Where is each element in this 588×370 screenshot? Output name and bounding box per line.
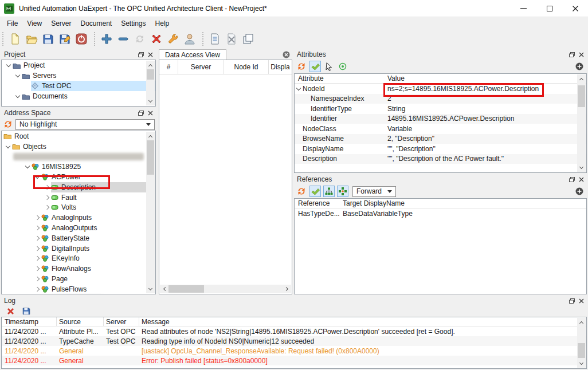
float-panel-icon[interactable] [138, 111, 144, 116]
delete-icon[interactable] [150, 32, 163, 46]
expander-icon[interactable] [23, 166, 32, 168]
column-index[interactable]: # [159, 60, 178, 74]
scroll-up-icon[interactable] [146, 61, 155, 69]
expander-icon[interactable] [33, 216, 41, 219]
float-panel-icon[interactable] [138, 52, 144, 57]
column-reference[interactable]: Reference [295, 199, 343, 207]
add-document-icon[interactable] [208, 32, 222, 46]
scroll-down-icon[interactable] [146, 285, 155, 293]
close-panel-icon[interactable] [579, 177, 584, 182]
address-space-scrollbar[interactable] [146, 132, 155, 293]
tree-item-acpower[interactable]: ACPower [2, 172, 155, 182]
tree-item-root[interactable]: Root [2, 131, 155, 141]
tree-item-pulseflows[interactable]: PulseFlows [2, 284, 155, 294]
cursor-select-icon[interactable] [323, 61, 335, 72]
log-row[interactable]: 11/24/2020 ... Attribute Pl... Test OPC … [2, 326, 586, 336]
remove-server-icon[interactable] [116, 32, 130, 46]
close-panel-icon[interactable] [148, 52, 153, 57]
close-panel-icon[interactable] [148, 111, 153, 116]
tree-item-fault[interactable]: Fault [2, 192, 155, 203]
log-scrollbar[interactable] [577, 318, 586, 368]
attributes-scrollbar[interactable] [577, 74, 586, 172]
tree-item-analogoutputs[interactable]: AnalogOutputs [2, 223, 155, 233]
log-row-error[interactable]: 11/24/2020 ... General Error: Publish fa… [2, 356, 586, 365]
expander-icon[interactable] [3, 145, 12, 148]
save-log-icon[interactable] [21, 305, 32, 317]
tree-item-flowanalogs[interactable]: FlowAnalogs [2, 263, 155, 274]
scroll-right-icon[interactable] [283, 285, 291, 293]
attribute-row-nodeclass[interactable]: NodeClass Variable [295, 124, 586, 134]
highlight-dropdown[interactable]: No Highlight [15, 119, 155, 130]
tab-data-access-view[interactable]: Data Access View [159, 49, 226, 60]
column-source[interactable]: Source [57, 317, 104, 326]
expander-icon[interactable] [33, 237, 41, 240]
expander-icon[interactable] [33, 257, 41, 260]
refresh-references-icon[interactable] [296, 186, 307, 197]
expander-icon[interactable] [33, 247, 41, 250]
change-user-icon[interactable] [183, 32, 197, 46]
attribute-row-namespaceindex[interactable]: NamespaceIndex 2 [295, 94, 586, 104]
attribute-row-identifiertype[interactable]: IdentifierType String [295, 104, 586, 114]
disconnect-icon[interactable] [75, 32, 88, 46]
float-panel-icon[interactable] [569, 298, 575, 304]
reference-row[interactable]: HasTypeDe... BaseDataVariableType [295, 208, 586, 219]
rebrowse-icon[interactable] [2, 119, 14, 130]
column-node-id[interactable]: Node Id [224, 60, 269, 74]
menu-document[interactable]: Document [76, 18, 116, 29]
attribute-row-browsename[interactable]: BrowseName 2, "Description" [295, 134, 586, 144]
auto-update-icon[interactable] [309, 61, 321, 72]
expander-icon[interactable] [295, 88, 303, 90]
refresh-icon[interactable] [133, 32, 147, 46]
menu-file[interactable]: File [2, 18, 22, 29]
close-panel-icon[interactable] [579, 52, 584, 57]
scroll-down-icon[interactable] [146, 97, 155, 105]
settings-wrench-icon[interactable] [166, 32, 180, 46]
tree-item-documents[interactable]: Documents [2, 91, 155, 101]
column-display-name[interactable]: Displa [269, 60, 292, 74]
tree-item-test-opc[interactable]: Test OPC [2, 81, 155, 91]
tree-item-batterystate[interactable]: BatteryState [2, 233, 155, 243]
save-project-icon[interactable] [41, 32, 55, 46]
column-attribute[interactable]: Attribute [295, 74, 387, 82]
float-panel-icon[interactable] [569, 52, 575, 57]
close-panel-icon[interactable] [579, 298, 584, 304]
expand-all-icon[interactable] [575, 187, 583, 195]
edit-project-icon[interactable] [58, 32, 72, 46]
open-project-icon[interactable] [25, 32, 38, 46]
scroll-left-icon[interactable] [160, 285, 168, 293]
menu-server[interactable]: Server [46, 18, 76, 29]
expander-icon[interactable] [4, 64, 13, 66]
float-panel-icon[interactable] [569, 177, 575, 182]
expander-icon[interactable] [13, 95, 22, 97]
close-button[interactable] [562, 0, 588, 17]
dav-horizontal-scrollbar[interactable] [160, 285, 291, 293]
column-target-displayname[interactable]: Target DisplayName [343, 199, 586, 207]
project-scrollbar[interactable] [146, 61, 155, 105]
attribute-row-identifier[interactable]: Identifier 14895.16MIS18925.ACPower.Desc… [295, 114, 586, 124]
menu-help[interactable]: Help [151, 18, 174, 29]
log-row[interactable]: 11/24/2020 ... TypeCache Test OPC Readin… [2, 336, 586, 346]
tree-item-description[interactable]: Description [2, 182, 155, 192]
attribute-row-description[interactable]: Description "", "Description of the AC P… [295, 154, 586, 164]
expander-icon[interactable] [42, 206, 51, 209]
expander-icon[interactable] [33, 277, 41, 281]
tree-item-volts[interactable]: Volts [2, 203, 155, 213]
column-server[interactable]: Server [104, 317, 139, 326]
menu-settings[interactable]: Settings [116, 18, 150, 29]
column-server[interactable]: Server [178, 60, 224, 74]
expander-icon[interactable] [42, 196, 51, 199]
column-timestamp[interactable]: Timestamp [2, 317, 57, 326]
attribute-row-nodeid[interactable]: NodeId ns=2;s=14895.16MIS18925.ACPower.D… [295, 84, 586, 94]
refresh-attributes-icon[interactable] [296, 61, 307, 72]
add-server-icon[interactable] [100, 32, 113, 46]
maximize-button[interactable] [536, 0, 562, 17]
minimize-button[interactable] [511, 0, 536, 17]
menu-view[interactable]: View [22, 18, 46, 29]
log-row-warning[interactable]: 11/24/2020 ... General [uastack] OpcUa_C… [2, 346, 586, 356]
tree-item-digitalinputs[interactable]: DigitalInputs [2, 243, 155, 254]
hierarchy-icon[interactable] [323, 186, 335, 197]
scroll-down-icon[interactable] [577, 163, 586, 172]
tree-item-16mis18925[interactable]: 16MIS18925 [2, 162, 155, 172]
windows-icon[interactable] [241, 32, 255, 46]
direction-dropdown[interactable]: Forward [352, 186, 396, 197]
